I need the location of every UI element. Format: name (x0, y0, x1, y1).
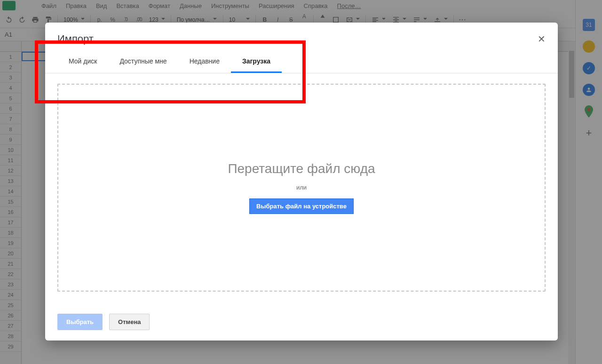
select-button: Выбрать (57, 314, 103, 330)
tab-my-drive[interactable]: Мой диск (57, 57, 108, 73)
dropzone-heading: Перетащите файл сюда (228, 161, 375, 176)
dropzone-or-label: или (296, 184, 307, 191)
tab-recent[interactable]: Недавние (178, 57, 231, 73)
import-dialog: Импорт ✕ Мой диск Доступные мне Недавние… (45, 23, 558, 340)
browse-file-button[interactable]: Выбрать файл на устройстве (249, 198, 354, 214)
file-dropzone[interactable]: Перетащите файл сюда или Выбрать файл на… (57, 84, 546, 292)
dialog-body: Перетащите файл сюда или Выбрать файл на… (45, 73, 558, 305)
close-button[interactable]: ✕ (535, 33, 547, 45)
tab-upload[interactable]: Загрузка (231, 57, 282, 73)
dialog-tabs: Мой диск Доступные мне Недавние Загрузка (45, 57, 558, 73)
dialog-title: Импорт (45, 23, 558, 45)
close-icon: ✕ (538, 33, 546, 45)
dialog-actions: Выбрать Отмена (45, 305, 558, 340)
tab-shared[interactable]: Доступные мне (108, 57, 178, 73)
cancel-button[interactable]: Отмена (109, 314, 150, 330)
